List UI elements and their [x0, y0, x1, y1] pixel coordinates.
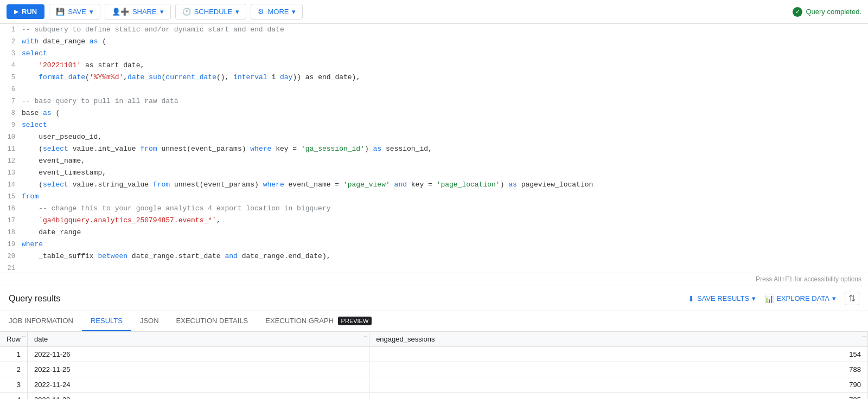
cell-row-3: 3	[0, 377, 28, 392]
tab-execution-graph-label: EXECUTION GRAPH	[265, 317, 334, 325]
save-label: SAVE	[68, 8, 86, 16]
accessibility-hint: Press Alt+F1 for accessibility options	[756, 275, 861, 283]
tab-execution-details-label: EXECUTION DETAILS	[176, 317, 248, 325]
query-completed-label: Query completed.	[806, 8, 861, 16]
chevron-down-icon: ▾	[832, 294, 836, 303]
code-line: 20 _table_suffix between date_range.star…	[0, 250, 868, 262]
run-button[interactable]: ▶ RUN	[7, 4, 44, 19]
code-line: 18 date_range	[0, 227, 868, 239]
code-line: 1 -- subquery to define static and/or dy…	[0, 24, 868, 36]
save-results-button[interactable]: ⬇ SAVE RESULTS ▾	[688, 294, 756, 303]
save-icon: 💾	[56, 8, 65, 16]
check-circle-icon: ✓	[793, 7, 802, 17]
code-line: 14 (select value.string_value from unnes…	[0, 179, 868, 191]
cell-engaged-3: 790	[369, 377, 868, 392]
col-header-row: Row	[0, 332, 28, 347]
code-line: 11 (select value.int_value from unnest(e…	[0, 143, 868, 155]
cell-engaged-2: 788	[369, 362, 868, 377]
code-line: 7 -- base query to pull in all raw data	[0, 95, 868, 107]
share-icon: 👤➕	[112, 8, 129, 16]
tab-job-information[interactable]: JOB INFORMATION	[0, 311, 82, 331]
code-line: 5 format_date('%Y%m%d',date_sub(current_…	[0, 72, 868, 83]
gear-icon: ⚙	[258, 8, 264, 16]
code-line: 2 with date_range as (	[0, 36, 868, 48]
cell-date-4: 2022-11-23	[28, 392, 369, 400]
code-line: 21	[0, 262, 868, 273]
share-label: SHARE	[132, 8, 157, 16]
results-header: Query results ⬇ SAVE RESULTS ▾ 📊 EXPLORE…	[0, 286, 868, 311]
table-header-row: Row date engaged_sessions	[0, 332, 868, 347]
code-line: 15 from	[0, 191, 868, 203]
cell-date-3: 2022-11-24	[28, 377, 369, 392]
results-section: Query results ⬇ SAVE RESULTS ▾ 📊 EXPLORE…	[0, 286, 868, 399]
code-line: 4 '20221101' as start_date,	[0, 60, 868, 72]
editor-footer: Press Alt+F1 for accessibility options	[0, 273, 868, 286]
tab-execution-graph[interactable]: EXECUTION GRAPH PREVIEW	[257, 311, 380, 331]
code-line: 17 `ga4bigquery.analytics_250794857.even…	[0, 215, 868, 227]
chevron-down-icon: ▾	[752, 294, 756, 303]
results-table: Row date engaged_sessions 1 20	[0, 332, 868, 399]
cell-row-2: 2	[0, 362, 28, 377]
code-line: 12 event_name,	[0, 155, 868, 167]
explore-data-button[interactable]: 📊 EXPLORE DATA ▾	[764, 294, 836, 303]
code-line: 19 where	[0, 239, 868, 250]
results-actions: ⬇ SAVE RESULTS ▾ 📊 EXPLORE DATA ▾ ⇅	[688, 292, 859, 305]
code-line: 3 select	[0, 48, 868, 60]
col-header-engaged-sessions: engaged_sessions	[369, 332, 868, 347]
download-icon: ⬇	[688, 294, 694, 303]
col-resize-engaged[interactable]	[863, 332, 867, 346]
col-resize-row[interactable]	[23, 332, 27, 346]
code-line: 13 event_timestamp,	[0, 167, 868, 179]
tab-json[interactable]: JSON	[131, 311, 168, 331]
run-label: RUN	[22, 8, 37, 16]
results-tabs: JOB INFORMATION RESULTS JSON EXECUTION D…	[0, 311, 868, 332]
cell-engaged-4: 785	[369, 392, 868, 400]
chevron-down-icon: ▾	[292, 8, 296, 16]
explore-data-label: EXPLORE DATA	[776, 294, 829, 303]
col-resize-date[interactable]	[365, 332, 369, 346]
cell-row-1: 1	[0, 347, 28, 362]
code-line: 6	[0, 83, 868, 95]
code-line: 9 select	[0, 119, 868, 131]
tab-results-label: RESULTS	[91, 317, 123, 325]
table-row: 2 2022-11-25 788	[0, 362, 868, 377]
chevron-down-icon: ▾	[235, 8, 239, 16]
chart-icon: 📊	[764, 294, 774, 303]
tab-job-information-label: JOB INFORMATION	[9, 317, 73, 325]
more-label: MORE	[267, 8, 289, 16]
table-row: 4 2022-11-23 785	[0, 392, 868, 400]
preview-badge: PREVIEW	[338, 317, 372, 325]
schedule-button[interactable]: 🕐 SCHEDULE ▾	[175, 4, 247, 20]
code-line: 8 base as (	[0, 107, 868, 119]
share-button[interactable]: 👤➕ SHARE ▾	[105, 4, 171, 20]
schedule-label: SCHEDULE	[194, 8, 233, 16]
chevron-down-icon: ▾	[90, 8, 93, 16]
table-row: 1 2022-11-26 154	[0, 347, 868, 362]
code-line: 16 -- change this to your google analyti…	[0, 203, 868, 215]
cell-date-2: 2022-11-25	[28, 362, 369, 377]
query-status: ✓ Query completed.	[793, 7, 861, 17]
chevron-down-icon: ▾	[160, 8, 164, 16]
save-button[interactable]: 💾 SAVE ▾	[49, 4, 100, 20]
results-table-wrapper: Row date engaged_sessions 1 20	[0, 332, 868, 399]
col-header-date: date	[28, 332, 369, 347]
expand-button[interactable]: ⇅	[845, 292, 859, 305]
results-title: Query results	[9, 294, 688, 304]
play-icon: ▶	[14, 9, 18, 15]
cell-row-4: 4	[0, 392, 28, 400]
more-button[interactable]: ⚙ MORE ▾	[251, 4, 303, 20]
tab-execution-details[interactable]: EXECUTION DETAILS	[168, 311, 257, 331]
toolbar: ▶ RUN 💾 SAVE ▾ 👤➕ SHARE ▾ 🕐 SCHEDULE ▾ ⚙…	[0, 0, 868, 24]
cell-engaged-1: 154	[369, 347, 868, 362]
code-line: 10 user_pseudo_id,	[0, 131, 868, 143]
code-editor[interactable]: 1 -- subquery to define static and/or dy…	[0, 24, 868, 273]
save-results-label: SAVE RESULTS	[697, 294, 749, 303]
schedule-icon: 🕐	[182, 8, 191, 16]
table-row: 3 2022-11-24 790	[0, 377, 868, 392]
tab-json-label: JSON	[140, 317, 159, 325]
cell-date-1: 2022-11-26	[28, 347, 369, 362]
tab-results[interactable]: RESULTS	[82, 311, 131, 331]
